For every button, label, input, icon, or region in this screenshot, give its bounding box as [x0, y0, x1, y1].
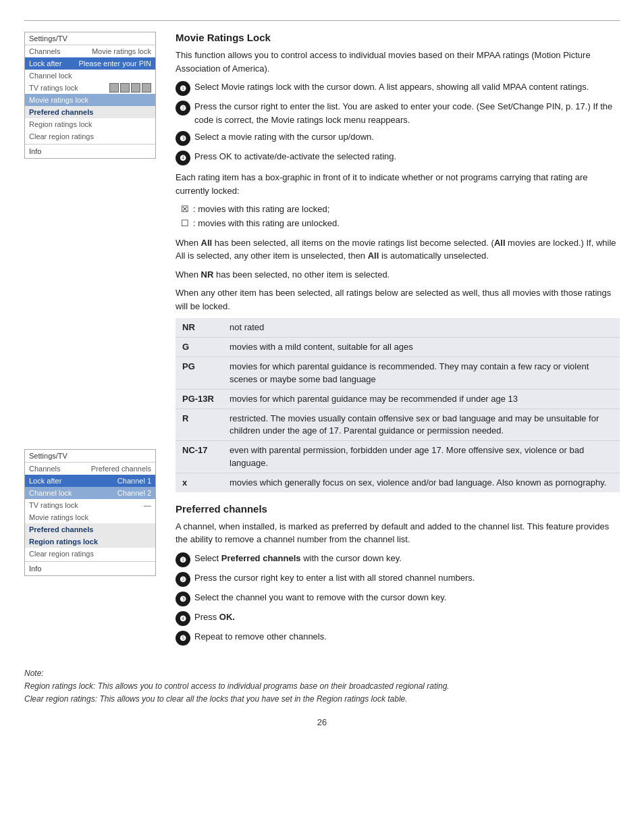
step-text-1: Select Movie ratings lock with the curso… [194, 80, 620, 94]
panel1-row-clearregion[interactable]: Clear region ratings [25, 130, 155, 142]
ratings-desc-nc17: even with parental permission, forbidden… [223, 441, 620, 473]
ratings-row-g: G movies with a mild content, suitable f… [176, 338, 620, 357]
right-column: Movie Ratings Lock This function allows … [176, 32, 620, 651]
pref-step-num-3: ❸ [176, 592, 190, 606]
ratings-desc-x: movies which generally focus on sex, vio… [223, 473, 620, 492]
ratings-row-nr: NR not rated [176, 318, 620, 338]
panel1-title: Settings/TV [25, 32, 155, 45]
ratings-rating-x: x [176, 473, 223, 492]
panel1-row-prefered[interactable]: Prefered channels [25, 106, 155, 118]
pref-step-num-5: ❺ [176, 631, 190, 646]
panel2-clearregion-label: Clear region ratings [29, 550, 151, 558]
panel2-info: Info [25, 561, 155, 575]
note-line-2: Clear region ratings: This allows you to… [24, 694, 408, 704]
panel2-regionratings-label: Region ratings lock [29, 538, 151, 546]
step-num-2: ❷ [176, 101, 190, 115]
preferred-intro: A channel, when installed, is marked as … [176, 520, 620, 546]
all-note: When All has been selected, all items on… [176, 236, 620, 263]
ratings-desc-g: movies with a mild content, suitable for… [223, 338, 620, 357]
locked-icon: ☒ [181, 203, 189, 217]
pin-box-1 [109, 83, 119, 93]
panel2-row-channellock[interactable]: Channel lock Channel 2 [25, 487, 155, 499]
panel2-tvratings-value: — [144, 501, 151, 509]
panel1-row-regionratings[interactable]: Region ratings lock [25, 118, 155, 130]
pref-step-num-2: ❷ [176, 572, 190, 587]
page-content: Settings/TV Channels Movie ratings lock … [24, 32, 620, 651]
ratings-rating-nr: NR [176, 318, 223, 338]
ratings-row-x: x movies which generally focus on sex, v… [176, 473, 620, 492]
pref-step-4: ❹ Press OK. [176, 610, 620, 626]
panel2-title: Settings/TV [25, 450, 155, 463]
panel1-row-tvratings[interactable]: TV ratings lock [25, 82, 155, 94]
panel2-row-channels[interactable]: Channels Prefered channels [25, 463, 155, 475]
pref-step-5: ❺ Repeat to remove other channels. [176, 630, 620, 646]
note-section: Note: Region ratings lock: This allows y… [24, 667, 620, 706]
ratings-rating-nc17: NC-17 [176, 441, 223, 473]
panel1-prefered-label: Prefered channels [29, 108, 151, 116]
nr-note: When NR has been selected, no other item… [176, 268, 620, 282]
panel2-row-movieratings[interactable]: Movie ratings lock [25, 511, 155, 523]
ratings-row-nc17: NC-17 even with parental permission, for… [176, 441, 620, 473]
movie-ratings-intro: This function allows you to control acce… [176, 49, 620, 75]
panel2-row-clearregion[interactable]: Clear region ratings [25, 548, 155, 560]
pref-step-text-5: Repeat to remove other channels. [194, 630, 620, 644]
panel1-row-movieratings[interactable]: Movie ratings lock [25, 94, 155, 106]
bullet-unlocked: ☐ : movies with this rating are unlocked… [181, 217, 620, 231]
left-column: Settings/TV Channels Movie ratings lock … [24, 32, 159, 651]
preferred-title: Preferred channels [176, 503, 620, 515]
step-num-1: ❶ [176, 81, 190, 96]
ratings-desc-nr: not rated [223, 318, 620, 338]
panel1-channellock-label: Channel lock [29, 72, 151, 80]
ratings-desc-r: restricted. The movies usually contain o… [223, 409, 620, 441]
ratings-desc-pg: movies for which parental guidance is re… [223, 357, 620, 389]
panel2-tvratings-label: TV ratings lock [29, 501, 144, 509]
panel1-regionratings-label: Region ratings lock [29, 120, 151, 128]
pref-step-text-3: Select the channel you want to remove wi… [194, 591, 620, 604]
ratings-table: NR not rated G movies with a mild conten… [176, 318, 620, 492]
panel2-channellock-value: Channel 2 [117, 489, 151, 497]
panel1-tvratings-label: TV ratings lock [29, 84, 109, 92]
movie-ratings-title: Movie Ratings Lock [176, 32, 620, 43]
step-text-4: Press OK to activate/de-activate the sel… [194, 150, 620, 163]
pref-step-3: ❸ Select the channel you want to remove … [176, 591, 620, 606]
panel1-movieratings-label: Movie ratings lock [29, 96, 151, 104]
ratings-row-pg: PG movies for which parental guidance is… [176, 357, 620, 389]
panel2-row-lockafter[interactable]: Lock after Channel 1 [25, 475, 155, 487]
panel2-row-prefered[interactable]: Prefered channels [25, 523, 155, 536]
movie-step-4: ❹ Press OK to activate/de-activate the s… [176, 150, 620, 165]
pref-step-1: ❶ Select Preferred channels with the cur… [176, 552, 620, 567]
panel2-row-regionratings[interactable]: Region ratings lock [25, 536, 155, 548]
pin-box-3 [131, 83, 140, 93]
settings-panel-2: Settings/TV Channels Prefered channels L… [24, 449, 156, 576]
bullet-list: ☒ : movies with this rating are locked; … [176, 203, 620, 231]
panel1-row-lockafter[interactable]: Lock after Please enter your PIN [25, 57, 155, 70]
movie-ratings-steps: ❶ Select Movie ratings lock with the cur… [176, 80, 620, 165]
ratings-rating-pg13r: PG-13R [176, 389, 223, 409]
panel2-channels-value: Prefered channels [91, 465, 151, 473]
box-graphic-intro: Each rating item has a box-graphic in fr… [176, 171, 620, 197]
panel1-channels-label: Channels [29, 47, 92, 55]
panel1-clearregion-label: Clear region ratings [29, 132, 151, 140]
movie-ratings-section: Movie Ratings Lock This function allows … [176, 32, 620, 492]
panel1-row-channellock[interactable]: Channel lock [25, 70, 155, 82]
panel1-lockafter-label: Lock after [29, 59, 78, 68]
pref-step-num-4: ❹ [176, 611, 190, 626]
panel2-row-tvratings[interactable]: TV ratings lock — [25, 499, 155, 511]
pref-step-2: ❷ Press the cursor right key to enter a … [176, 571, 620, 587]
movie-step-1: ❶ Select Movie ratings lock with the cur… [176, 80, 620, 96]
panel2-channels-label: Channels [29, 465, 91, 473]
top-border [24, 20, 620, 21]
bullet-unlocked-text: : movies with this rating are unlocked. [193, 217, 340, 231]
ratings-rating-g: G [176, 338, 223, 357]
ratings-desc-pg13r: movies for which parental guidance may b… [223, 389, 620, 409]
panel1-row-channels[interactable]: Channels Movie ratings lock [25, 45, 155, 57]
preferred-steps: ❶ Select Preferred channels with the cur… [176, 552, 620, 646]
pref-step-text-1: Select Preferred channels with the curso… [194, 552, 620, 565]
step-text-2: Press the cursor right to enter the list… [194, 100, 620, 126]
ratings-row-pg13r: PG-13R movies for which parental guidanc… [176, 389, 620, 409]
pref-step-num-1: ❶ [176, 552, 190, 567]
pin-boxes-1 [109, 83, 151, 93]
panel2-lockafter-label: Lock after [29, 477, 117, 485]
panel1-channels-value: Movie ratings lock [92, 47, 151, 55]
other-note: When any other item has been selected, a… [176, 286, 620, 313]
